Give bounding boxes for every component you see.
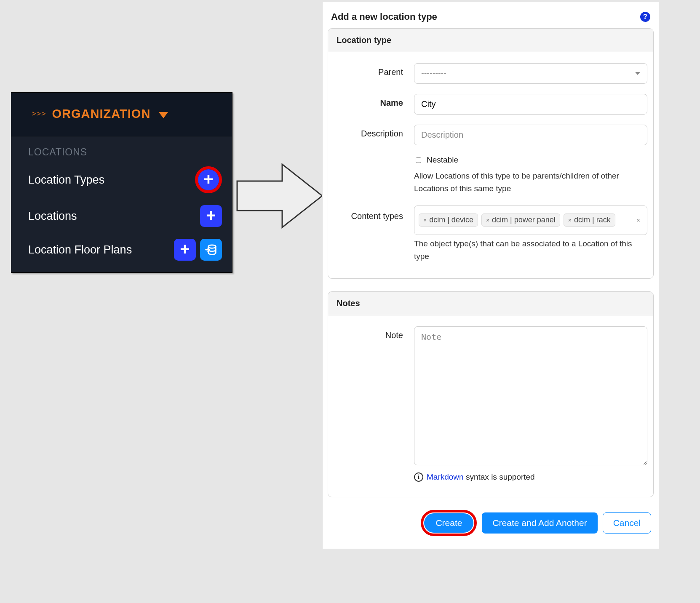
form-heading: Add a new location type ? [328, 9, 654, 28]
sidebar-header[interactable]: >>> ORGANIZATION [11, 93, 232, 136]
chevron-down-icon [635, 72, 640, 75]
note-textarea[interactable] [414, 326, 647, 465]
import-icon [205, 243, 217, 256]
caret-down-icon [159, 112, 168, 118]
row-parent: Parent --------- [334, 58, 647, 89]
help-icon[interactable]: ? [640, 12, 650, 22]
sidebar-item-label: Location Floor Plans [28, 243, 132, 256]
add-location-button[interactable]: + [200, 205, 222, 227]
form-actions: Create Create and Add Another Cancel [328, 510, 654, 536]
markdown-help-text: syntax is supported [464, 472, 535, 481]
parent-select[interactable]: --------- [414, 63, 647, 84]
panel-header: Location type [328, 29, 653, 52]
sidebar-item-label: Locations [28, 210, 77, 223]
page-title: Add a new location type [331, 11, 437, 22]
row-nestable: Nestable Allow Locations of this type to… [334, 150, 647, 200]
plus-icon: + [180, 240, 190, 257]
tag-remove-icon[interactable]: × [423, 217, 427, 224]
info-icon: i [414, 472, 423, 482]
form-panel: Add a new location type ? Location type … [322, 2, 659, 549]
location-type-panel: Location type Parent --------- Name Des [328, 28, 654, 279]
sidebar-item-label: Location Types [28, 173, 104, 187]
sidebar: >>> ORGANIZATION LOCATIONS Location Type… [11, 92, 232, 273]
panel-header: Notes [328, 292, 653, 315]
clear-all-icon[interactable]: × [634, 216, 643, 224]
sidebar-section-label: LOCATIONS [11, 136, 232, 160]
svg-point-0 [208, 245, 216, 248]
sidebar-title: ORGANIZATION [52, 107, 151, 121]
notes-panel: Notes Note i Markdown syntax is supporte… [328, 291, 654, 497]
row-description: Description [334, 120, 647, 150]
sidebar-item-locations[interactable]: Locations + [11, 199, 232, 233]
nestable-checkbox[interactable] [416, 157, 421, 163]
plus-icon: + [206, 207, 216, 224]
tag: × dcim | rack [564, 213, 615, 227]
description-input[interactable] [414, 125, 647, 145]
content-types-help: The object type(s) that can be associate… [414, 235, 647, 263]
parent-label: Parent [334, 63, 414, 77]
add-floor-plan-button[interactable]: + [174, 239, 196, 261]
tag: × dcim | power panel [481, 213, 560, 227]
content-types-label: Content types [334, 205, 414, 221]
create-button[interactable]: Create [424, 513, 473, 533]
content-types-input[interactable]: × dcim | device × dcim | power panel × d… [414, 205, 647, 235]
row-note: Note i Markdown syntax is supported [334, 321, 647, 487]
chevrons-icon: >>> [32, 109, 46, 118]
note-label: Note [334, 326, 414, 340]
tag: × dcim | device [419, 213, 478, 227]
sidebar-item-floor-plans[interactable]: Location Floor Plans + [11, 233, 232, 272]
sidebar-item-location-types[interactable]: Location Types + [11, 160, 232, 199]
row-name: Name [334, 89, 647, 120]
import-floor-plans-button[interactable] [200, 239, 222, 261]
parent-select-value: --------- [421, 69, 446, 78]
tag-label: dcim | power panel [492, 216, 556, 224]
nestable-label: Nestable [427, 155, 458, 165]
description-label: Description [334, 125, 414, 139]
svg-marker-1 [237, 164, 322, 227]
highlight-ring: + [195, 166, 222, 193]
arrow-icon [236, 160, 324, 232]
tag-label: dcim | rack [574, 216, 611, 224]
tag-remove-icon[interactable]: × [568, 217, 572, 224]
tag-label: dcim | device [429, 216, 473, 224]
add-location-type-button[interactable]: + [198, 169, 219, 190]
name-label: Name [334, 94, 414, 108]
tag-remove-icon[interactable]: × [486, 217, 489, 224]
cancel-button[interactable]: Cancel [603, 512, 651, 534]
row-content-types: Content types × dcim | device × dcim | p… [334, 200, 647, 268]
create-another-button[interactable]: Create and Add Another [482, 512, 597, 534]
plus-icon: + [203, 171, 213, 187]
nestable-help: Allow Locations of this type to be paren… [414, 167, 647, 195]
highlight-ring: Create [421, 510, 477, 536]
name-input[interactable] [414, 94, 647, 115]
markdown-link[interactable]: Markdown [427, 472, 464, 481]
